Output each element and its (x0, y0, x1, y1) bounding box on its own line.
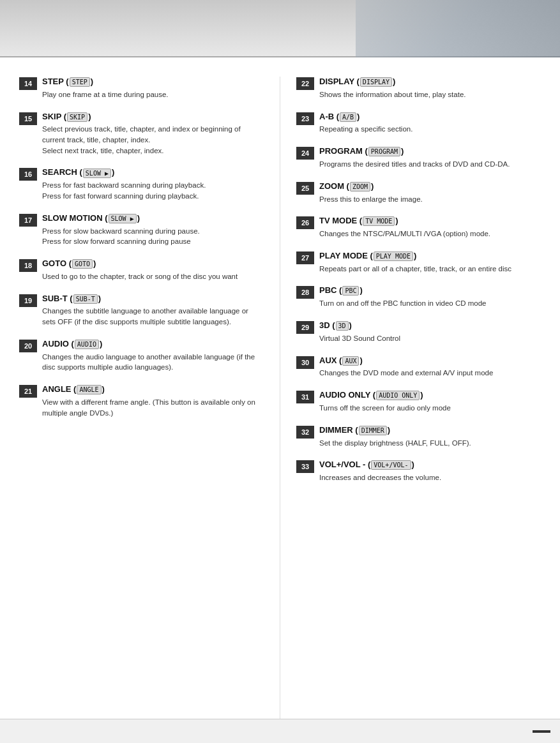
item-description: Repeats part or all of a chapter, title,… (319, 264, 541, 274)
item-content: PROGRAM (PROGRAM)Programs the desired ti… (319, 146, 541, 170)
item-description: Press for fast backward scanning during … (42, 180, 264, 201)
list-item: 16SEARCH (SLOW ▶)Press for fast backward… (19, 167, 264, 201)
button-icon: A/B (340, 112, 356, 122)
button-icon: AUDIO ONLY (376, 391, 420, 400)
button-icon: PBC (342, 286, 359, 296)
list-item: 24PROGRAM (PROGRAM)Programs the desired … (296, 146, 541, 170)
item-description: Set the display brightness (HALF, FULL, … (319, 438, 541, 449)
item-number: 25 (296, 182, 314, 195)
button-icon: TV MODE (363, 216, 395, 226)
button-icon: AUX (342, 356, 359, 366)
item-number: 24 (296, 147, 314, 160)
item-title: PBC (PBC) (319, 285, 541, 296)
page-footer (0, 719, 560, 743)
item-description: Changes the NTSC/PAL/MULTI /VGA (option)… (319, 229, 541, 239)
item-title: A-B (A/B) (319, 112, 541, 123)
item-content: DISPLAY (DISPLAY)Shows the information a… (319, 77, 541, 100)
item-description: Programs the desired titles and tracks o… (319, 159, 541, 170)
item-title: 3D (3D) (319, 320, 541, 331)
item-content: DIMMER (DIMMER)Set the display brightnes… (319, 425, 541, 449)
list-item: 19SUB-T (SUB-T)Changes the subtitle lang… (19, 294, 264, 327)
item-number: 14 (19, 77, 37, 90)
list-item: 32DIMMER (DIMMER)Set the display brightn… (296, 425, 541, 449)
button-icon: DISPLAY (360, 77, 392, 87)
item-number: 33 (296, 460, 314, 473)
item-number: 32 (296, 426, 314, 439)
item-title: ZOOM (ZOOM) (319, 181, 541, 192)
list-item: 14STEP (STEP)Play one frame at a time du… (19, 77, 264, 100)
item-title: SUB-T (SUB-T) (42, 294, 264, 304)
list-item: 30AUX (AUX)Changes the DVD mode and exte… (296, 356, 541, 379)
item-number: 15 (19, 112, 37, 125)
button-icon: DIMMER (359, 426, 387, 435)
item-description: Select previous track, title, chapter, a… (42, 124, 264, 156)
item-title: SEARCH (SLOW ▶) (42, 167, 264, 178)
list-item: 27PLAY MODE (PLAY MODE)Repeats part or a… (296, 251, 541, 274)
item-title: AUX (AUX) (319, 356, 541, 366)
main-content: 14STEP (STEP)Play one frame at a time du… (0, 57, 560, 734)
page-number (533, 730, 550, 733)
item-title: GOTO (GOTO) (42, 259, 264, 269)
item-description: Press this to enlarge the image. (319, 194, 541, 205)
item-number: 28 (296, 286, 314, 299)
button-icon: SUB-T (73, 294, 98, 304)
button-icon: PLAY MODE (374, 251, 413, 261)
item-description: View with a different frame angle. (This… (42, 397, 264, 418)
item-description: Used to go to the chapter, track or song… (42, 271, 264, 282)
column-divider (280, 77, 280, 721)
item-content: AUDIO (AUDIO)Changes the audio language … (42, 339, 264, 373)
item-description: Press for slow backward scanning during … (42, 226, 264, 247)
item-content: VOL+/VOL - (VOL+/VOL-)Increases and decr… (319, 460, 541, 483)
item-title: VOL+/VOL - (VOL+/VOL-) (319, 460, 541, 470)
item-content: STEP (STEP)Play one frame at a time duri… (42, 77, 264, 100)
item-description: Turns off the screen for audio only mode (319, 403, 541, 414)
item-title: STEP (STEP) (42, 77, 264, 87)
item-number: 29 (296, 321, 314, 334)
left-column: 14STEP (STEP)Play one frame at a time du… (19, 77, 264, 721)
button-icon: ZOOM (350, 182, 370, 191)
item-content: GOTO (GOTO)Used to go to the chapter, tr… (42, 259, 264, 282)
item-number: 16 (19, 168, 37, 181)
item-content: PLAY MODE (PLAY MODE)Repeats part or all… (319, 251, 541, 274)
list-item: 21ANGLE (ANGLE)View with a different fra… (19, 384, 264, 418)
item-title: ANGLE (ANGLE) (42, 384, 264, 395)
item-title: PLAY MODE (PLAY MODE) (319, 251, 541, 262)
item-title: DISPLAY (DISPLAY) (319, 77, 541, 87)
list-item: 31AUDIO ONLY (AUDIO ONLY)Turns off the s… (296, 390, 541, 414)
item-number: 18 (19, 259, 37, 272)
list-item: 18GOTO (GOTO)Used to go to the chapter, … (19, 259, 264, 282)
item-content: 3D (3D)Virtual 3D Sound Control (319, 320, 541, 344)
list-item: 15SKIP (SKIP)Select previous track, titl… (19, 112, 264, 156)
item-description: Changes the subtitle language to another… (42, 306, 264, 327)
item-title: AUDIO ONLY (AUDIO ONLY) (319, 390, 541, 401)
item-title: PROGRAM (PROGRAM) (319, 146, 541, 157)
item-content: AUDIO ONLY (AUDIO ONLY)Turns off the scr… (319, 390, 541, 414)
item-content: ZOOM (ZOOM)Press this to enlarge the ima… (319, 181, 541, 205)
item-content: ANGLE (ANGLE)View with a different frame… (42, 384, 264, 418)
list-item: 293D (3D)Virtual 3D Sound Control (296, 320, 541, 344)
button-icon: SKIP (67, 112, 87, 122)
item-number: 21 (19, 385, 37, 398)
button-icon: SLOW ▶ (83, 169, 111, 178)
item-number: 27 (296, 251, 314, 264)
button-icon: STEP (70, 77, 90, 87)
item-content: TV MODE (TV MODE)Changes the NTSC/PAL/MU… (319, 216, 541, 239)
item-content: AUX (AUX)Changes the DVD mode and extern… (319, 356, 541, 379)
item-description: Shows the information about time, play s… (319, 89, 541, 100)
item-description: Turn on and off the PBC function in vide… (319, 298, 541, 309)
item-content: SUB-T (SUB-T)Changes the subtitle langua… (42, 294, 264, 327)
item-content: SEARCH (SLOW ▶)Press for fast backward s… (42, 167, 264, 201)
item-description: Repeating a specific section. (319, 124, 541, 135)
button-icon: PROGRAM (368, 147, 400, 156)
item-description: Increases and decreases the volume. (319, 472, 541, 483)
item-title: AUDIO (AUDIO) (42, 339, 264, 350)
item-content: SKIP (SKIP)Select previous track, title,… (42, 112, 264, 156)
list-item: 20AUDIO (AUDIO)Changes the audio languag… (19, 339, 264, 373)
page-header (0, 0, 560, 57)
item-number: 31 (296, 391, 314, 403)
item-content: SLOW MOTION (SLOW ▶)Press for slow backw… (42, 213, 264, 247)
list-item: 23A-B (A/B)Repeating a specific section. (296, 112, 541, 135)
list-item: 26TV MODE (TV MODE)Changes the NTSC/PAL/… (296, 216, 541, 239)
item-content: A-B (A/B)Repeating a specific section. (319, 112, 541, 135)
item-description: Changes the DVD mode and external A/V in… (319, 368, 541, 379)
